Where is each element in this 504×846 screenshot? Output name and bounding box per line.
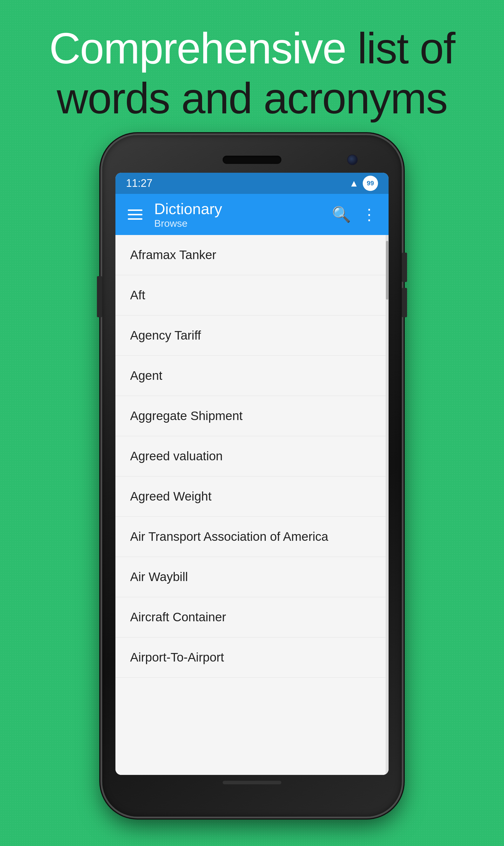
- front-camera: [347, 155, 358, 165]
- list-item[interactable]: Agreed valuation: [115, 436, 385, 476]
- list-item-label: Agreed valuation: [130, 449, 223, 463]
- list-item[interactable]: Air Waybill: [115, 557, 385, 597]
- speaker-grill: [223, 156, 281, 164]
- list-item-label: Aft: [130, 288, 145, 302]
- list-item-label: Agreed Weight: [130, 489, 212, 503]
- list-item[interactable]: Agency Tariff: [115, 316, 385, 356]
- status-bar: 11:27 ▲ 99: [115, 173, 389, 194]
- app-title: Dictionary: [154, 200, 321, 218]
- list-inner: Aframax TankerAftAgency TariffAgentAggre…: [115, 235, 385, 775]
- list-item[interactable]: Aframax Tanker: [115, 235, 385, 275]
- home-indicator: [223, 781, 281, 784]
- phone-shell: 11:27 ▲ 99 Dictionary Browse 🔍: [102, 135, 402, 817]
- phone-top: [108, 153, 396, 167]
- list-item[interactable]: Aggregate Shipment: [115, 396, 385, 436]
- hero-line2: words and acronyms: [57, 74, 447, 123]
- list-item-label: Airport-To-Airport: [130, 650, 224, 664]
- hero-highlight: Comprehensive: [49, 24, 346, 73]
- app-title-section: Dictionary Browse: [154, 200, 321, 229]
- battery-indicator: 99: [363, 176, 378, 191]
- app-bar: Dictionary Browse 🔍 ⋮: [115, 194, 389, 235]
- app-subtitle: Browse: [154, 218, 321, 229]
- list-item[interactable]: Aft: [115, 275, 385, 316]
- dictionary-list: Aframax TankerAftAgency TariffAgentAggre…: [115, 235, 389, 775]
- list-item-label: Air Waybill: [130, 570, 188, 584]
- list-item-label: Aframax Tanker: [130, 248, 216, 262]
- signal-icon: ▲: [349, 178, 359, 189]
- app-bar-actions: 🔍 ⋮: [329, 204, 379, 224]
- phone-mockup: 11:27 ▲ 99 Dictionary Browse 🔍: [90, 135, 414, 846]
- hero-line1-rest: list of: [346, 24, 455, 73]
- phone-screen: 11:27 ▲ 99 Dictionary Browse 🔍: [115, 173, 389, 775]
- hamburger-line: [128, 218, 142, 220]
- menu-button[interactable]: [125, 206, 145, 223]
- list-item-label: Agency Tariff: [130, 328, 201, 342]
- hamburger-line: [128, 214, 142, 215]
- power-button[interactable]: [97, 276, 102, 317]
- list-item[interactable]: Airport-To-Airport: [115, 637, 385, 678]
- list-item[interactable]: Agent: [115, 356, 385, 396]
- list-item[interactable]: Agreed Weight: [115, 476, 385, 517]
- hamburger-line: [128, 210, 142, 211]
- status-time: 11:27: [126, 177, 152, 190]
- volume-down-button[interactable]: [402, 288, 407, 317]
- list-item-label: Air Transport Association of America: [130, 529, 328, 543]
- list-item[interactable]: Aircraft Container: [115, 597, 385, 637]
- list-item[interactable]: Air Transport Association of America: [115, 517, 385, 557]
- list-item-label: Aggregate Shipment: [130, 409, 242, 423]
- volume-up-button[interactable]: [402, 253, 407, 282]
- list-item-label: Aircraft Container: [130, 610, 226, 624]
- scrollbar[interactable]: [385, 235, 389, 775]
- status-icons: ▲ 99: [349, 176, 378, 191]
- scroll-thumb[interactable]: [386, 241, 388, 300]
- search-icon[interactable]: 🔍: [329, 204, 353, 224]
- list-item-label: Agent: [130, 368, 162, 382]
- more-options-icon[interactable]: ⋮: [359, 204, 379, 224]
- hero-section: Comprehensive list of words and acronyms: [0, 0, 504, 135]
